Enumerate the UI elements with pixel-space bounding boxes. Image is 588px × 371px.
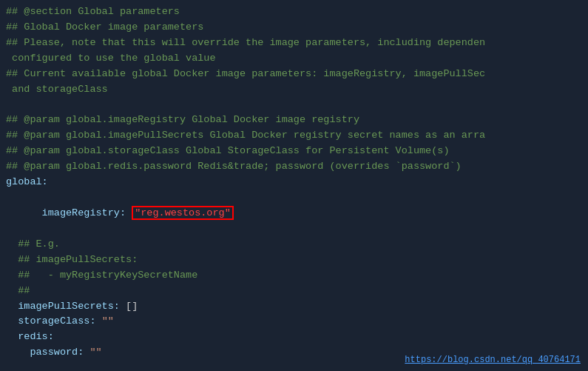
code-line: storageClass: "" [6, 314, 582, 330]
code-line: ## Please, note that this will override … [6, 36, 582, 51]
highlighted-value: "reg.westos.org" [132, 206, 234, 220]
code-line [6, 98, 582, 113]
code-line: ## Current available global Docker image… [6, 67, 582, 82]
code-line: ## Global Docker image parameters [6, 20, 582, 36]
code-line-imageregistry: imageRegistry: "reg.westos.org" [6, 190, 582, 237]
code-line: ## @section Global parameters [6, 4, 582, 20]
code-line: ## @param global.imageRegistry Global Do… [6, 113, 582, 128]
code-editor: ## @section Global parameters ## Global … [0, 0, 588, 371]
code-line: ## [6, 284, 582, 299]
code-line: ## imagePullSecrets: [6, 253, 582, 268]
code-line: global: [6, 175, 582, 190]
code-line: ## E.g. [6, 237, 582, 253]
code-line: imagePullSecrets: [] [6, 299, 582, 315]
code-line: ## - myRegistryKeySecretName [6, 268, 582, 284]
code-line: ## @param global.redis.password Redis&tr… [6, 159, 582, 175]
watermark-link[interactable]: https://blog.csdn.net/qq_40764171 [405, 355, 581, 365]
code-line: configured to use the global value [6, 51, 582, 67]
code-line: and storageClass [6, 82, 582, 98]
code-line: ## @param global.storageClass Global Sto… [6, 144, 582, 159]
code-line: ## @param global.imagePullSecrets Global… [6, 128, 582, 144]
code-line: redis: [6, 330, 582, 345]
